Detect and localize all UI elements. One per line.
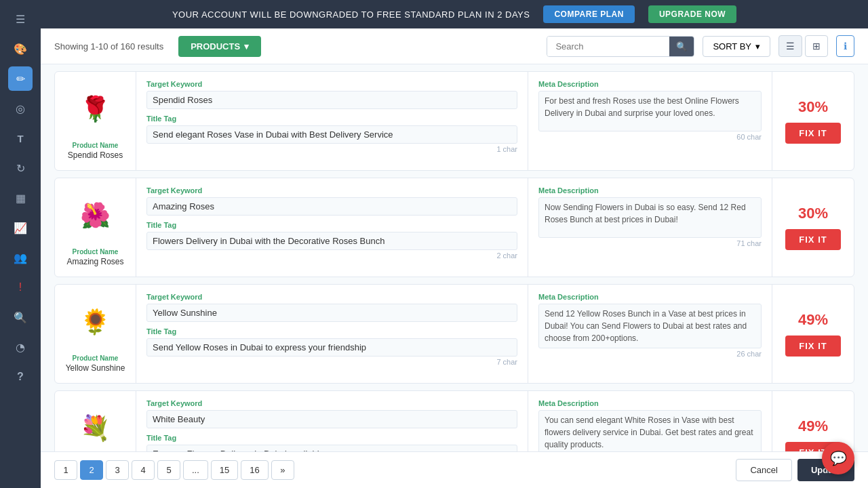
search-button[interactable]: 🔍 [669,37,694,56]
product-image: 💐 [72,401,119,451]
fix-it-button[interactable]: FIX IT [785,336,840,357]
product-meta-col: Meta Description Now Sending Flowers in … [528,178,772,277]
target-keyword-value: Amazing Roses [146,197,517,216]
meta-char-count: 71 char [538,239,762,247]
meta-char-count: 26 char [538,350,762,358]
upgrade-now-button[interactable]: UPGRADE NOW [648,5,736,23]
title-char-count: 2 char [146,251,517,260]
page-button[interactable]: 16 [241,460,268,480]
sidebar-item-refresh[interactable]: ↻ [8,156,33,180]
grid-view-button[interactable]: ⊞ [805,35,828,57]
info-button[interactable]: ℹ [836,35,854,57]
title-tag-value: Send Yellow Roses in Dubai to express yo… [146,338,517,357]
title-tag-label: Title Tag [146,221,517,229]
products-dropdown-button[interactable]: PRODUCTS ▾ [178,36,261,57]
table-row: 🌺 Product Name Amazing Roses Target Keyw… [54,178,854,277]
sidebar-item-menu[interactable]: ☰ [8,7,33,31]
target-keyword-value: Yellow Sunshine [146,304,517,322]
title-tag-value: Flowers Delivery in Dubai with the Decor… [146,232,517,250]
page-button[interactable]: » [271,460,294,480]
page-button[interactable]: 3 [106,460,129,480]
pagination-bar: 12345...1516» Cancel Update [41,451,868,488]
page-button[interactable]: 1 [54,460,77,480]
score-percent: 49% [798,311,828,329]
search-input[interactable] [547,37,669,56]
sidebar-item-search[interactable]: 🔍 [8,305,33,329]
list-view-button[interactable]: ☰ [778,35,802,57]
product-name-label: Product Name [73,142,119,149]
page-button[interactable]: 15 [211,460,238,480]
title-tag-value: Express Flowers Delivery in Dubai availa… [146,445,517,451]
product-score-col: 49% FIX IT [772,285,854,383]
score-percent: 49% [798,418,828,435]
meta-desc-label: Meta Description [538,186,762,195]
meta-desc-label: Meta Description [538,399,762,407]
page-buttons: 12345...1516» [54,460,294,480]
sidebar: ☰ 🎨 ✏ ◎ T ↻ ▦ 📈 👥 ! 🔍 ◔ ? [0,0,41,488]
sidebar-item-chart[interactable]: 📈 [8,216,33,240]
cancel-button[interactable]: Cancel [736,459,791,481]
meta-desc-value: For best and fresh Roses use the best On… [538,91,762,131]
target-keyword-label: Target Keyword [146,293,517,301]
page-button[interactable]: ... [183,460,208,480]
toolbar: Showing 1-10 of 160 results PRODUCTS ▾ 🔍… [41,28,868,64]
results-count: Showing 1-10 of 160 results [54,41,163,52]
fix-it-button[interactable]: FIX IT [785,123,840,144]
sidebar-item-users[interactable]: 👥 [8,245,33,270]
banner-text: YOUR ACCOUNT WILL BE DOWNGRADED TO FREE … [172,9,530,20]
meta-desc-value: Send 12 Yellow Roses Bunch in a Vase at … [538,304,762,348]
sidebar-item-text[interactable]: T [8,126,33,150]
table-row: 🌻 Product Name Yellow Sunshine Target Ke… [54,284,854,384]
product-image-col: 🌹 Product Name Spendid Roses [55,72,136,170]
sidebar-item-pie[interactable]: ◔ [8,335,33,359]
view-toggle: ☰ ⊞ [778,35,828,57]
title-tag-value: Send elegant Roses Vase in Dubai with Be… [146,125,517,144]
target-keyword-label: Target Keyword [146,399,517,407]
product-name-label: Product Name [73,248,119,256]
title-char-count: 7 char [146,358,517,366]
product-keyword-title-col: Target Keyword White Beauty Title Tag Ex… [136,391,528,451]
score-percent: 30% [798,205,828,222]
target-keyword-label: Target Keyword [146,186,517,195]
page-button[interactable]: 2 [80,460,103,480]
compare-plan-button[interactable]: COMPARE PLAN [543,5,634,23]
sidebar-item-palette[interactable]: 🎨 [8,37,33,61]
sidebar-item-grid-report[interactable]: ▦ [8,186,33,210]
title-tag-label: Title Tag [146,434,517,442]
table-row: 🌹 Product Name Spendid Roses Target Keyw… [54,71,854,171]
product-keyword-title-col: Target Keyword Amazing Roses Title Tag F… [136,178,528,277]
product-image-col: 🌻 Product Name Yellow Sunshine [55,285,136,383]
product-image-col: 🌺 Product Name Amazing Roses [55,178,136,277]
meta-desc-value: You can send elegant White Roses in Vase… [538,410,762,451]
title-tag-label: Title Tag [146,327,517,336]
meta-desc-label: Meta Description [538,80,762,88]
title-char-count: 1 char [146,145,517,153]
sidebar-item-help[interactable]: ? [8,365,33,389]
sort-by-button[interactable]: SORT BY ▾ [703,36,770,57]
product-name-label: Product Name [73,354,119,362]
product-image-col: 💐 Product Name White Beauty [55,391,136,451]
meta-desc-value: Now Sending Flowers in Dubai is so easy.… [538,197,762,238]
chat-bubble-button[interactable]: 💬 [822,442,854,474]
target-keyword-value: White Beauty [146,410,517,428]
fix-it-button[interactable]: FIX IT [785,229,840,250]
sidebar-item-warning[interactable]: ! [8,275,33,300]
product-score-col: 30% FIX IT [772,72,854,170]
sidebar-item-circle[interactable]: ◎ [8,96,33,121]
product-meta-col: Meta Description For best and fresh Rose… [528,72,772,170]
product-image: 🌹 [72,82,119,136]
sidebar-item-edit[interactable]: ✏ [8,66,33,91]
product-image: 🌻 [72,295,119,349]
product-name-value: Spendid Roses [68,150,123,160]
target-keyword-label: Target Keyword [146,80,517,88]
page-button[interactable]: 5 [157,460,180,480]
title-tag-label: Title Tag [146,115,517,123]
sort-chevron-icon: ▾ [755,41,760,52]
meta-desc-label: Meta Description [538,293,762,301]
page-button[interactable]: 4 [132,460,155,480]
products-list: 🌹 Product Name Spendid Roses Target Keyw… [41,64,868,451]
target-keyword-value: Spendid Roses [146,91,517,109]
product-score-col: 30% FIX IT [772,178,854,277]
search-wrapper: 🔍 [547,36,694,57]
product-meta-col: Meta Description You can send elegant Wh… [528,391,772,451]
